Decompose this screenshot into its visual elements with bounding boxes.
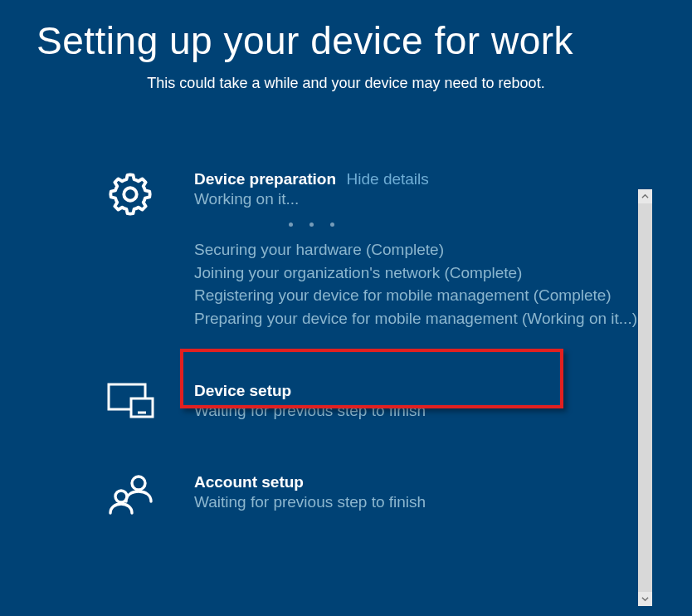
section-device-preparation: Device preparation Hide details Working …: [106, 170, 646, 330]
people-icon: [106, 473, 194, 516]
svg-point-0: [124, 188, 136, 200]
preparation-detail-3: Preparing your device for mobile managem…: [194, 307, 646, 330]
hide-details-link[interactable]: Hide details: [347, 170, 429, 188]
preparation-heading: Device preparation: [194, 170, 336, 188]
section-account-setup: Account setup Waiting for previous step …: [106, 473, 646, 516]
section-device-setup: Device setup Waiting for previous step t…: [106, 382, 646, 422]
devices-icon: [106, 382, 194, 422]
gear-icon: [106, 170, 194, 218]
account-setup-heading: Account setup: [194, 473, 646, 491]
device-setup-heading: Device setup: [194, 382, 646, 400]
preparation-detail-2: Registering your device for mobile manag…: [194, 284, 646, 307]
preparation-detail-1: Joining your organization's network (Com…: [194, 262, 646, 285]
scrollbar-down-button[interactable]: [638, 592, 652, 606]
scrollbar[interactable]: [638, 189, 652, 606]
scrollbar-up-button[interactable]: [638, 189, 652, 203]
progress-dots: [194, 215, 646, 230]
svg-point-4: [132, 477, 145, 490]
device-setup-status: Waiting for previous step to finish: [194, 402, 646, 420]
content-area: Device preparation Hide details Working …: [0, 170, 692, 516]
preparation-detail-0: Securing your hardware (Complete): [194, 238, 646, 262]
svg-point-5: [115, 491, 127, 502]
preparation-status: Working on it...: [194, 190, 646, 208]
page-title: Setting up your device for work: [0, 0, 692, 63]
account-setup-status: Waiting for previous step to finish: [194, 493, 646, 511]
svg-rect-2: [131, 398, 153, 417]
page-subtitle: This could take a while and your device …: [0, 75, 692, 92]
